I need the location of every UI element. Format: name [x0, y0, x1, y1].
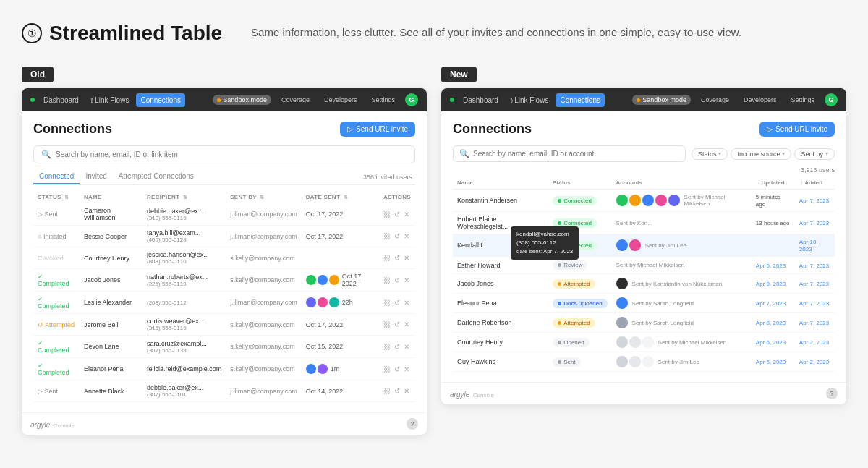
link-icon[interactable]: ⛓ [383, 254, 391, 262]
new-cell-added: Apr 2, 2023 [795, 352, 835, 372]
old-tab-invited[interactable]: Invited [80, 169, 112, 184]
link-icon[interactable]: ⛓ [383, 210, 391, 218]
new-nav-coverage[interactable]: Coverage [697, 93, 733, 106]
delete-icon[interactable]: ✕ [404, 343, 409, 351]
old-th-status: Status ⇅ [33, 191, 80, 203]
new-table-row: Jacob Jones Attempted Sent by Konstantin… [453, 274, 835, 294]
delete-icon[interactable]: ✕ [404, 254, 409, 262]
new-nav-settings[interactable]: Settings [786, 93, 819, 106]
old-cell-status: ○ Initiated [33, 226, 80, 247]
chevron-down-icon-3: ▾ [825, 150, 828, 157]
new-search-input[interactable] [473, 150, 679, 158]
old-cell-status: ✓ Completed [33, 269, 80, 292]
new-cell-name: Courtney Henry [453, 333, 548, 352]
link-icon[interactable]: ⛓ [383, 232, 391, 240]
old-cell-sentby: s.kelly@company.com [226, 247, 302, 269]
delete-icon[interactable]: ✕ [404, 320, 409, 328]
delete-icon[interactable]: ✕ [404, 276, 409, 284]
refresh-icon[interactable]: ↺ [394, 254, 400, 262]
old-th-recipient: Recipient ⇅ [142, 191, 226, 203]
old-connections-title: Connections [33, 122, 112, 137]
new-cell-accounts: Sent by Jim Lee [612, 352, 752, 372]
new-cell-updated: 5 minutes ago [752, 190, 795, 212]
new-nav-linkflows[interactable]: Link Flows [506, 93, 553, 107]
delete-icon[interactable]: ✕ [404, 299, 409, 307]
old-cell-sentby: j.illman@company.com [226, 203, 302, 226]
old-cell-actions: ⛓ ↺ ✕ [379, 269, 415, 292]
link-icon[interactable]: ⛓ [383, 387, 391, 395]
old-cell-status: ✓ Completed [33, 292, 80, 314]
old-send-invite-button[interactable]: ▷ Send URL invite [340, 122, 415, 137]
delete-icon[interactable]: ✕ [404, 387, 409, 395]
link-icon[interactable]: ⛓ [383, 299, 391, 307]
delete-icon[interactable]: ✕ [404, 232, 409, 240]
new-table-row: Darlene Robertson Attempted Sent by Sara… [453, 313, 835, 333]
link-icon[interactable]: ⛓ [383, 343, 391, 351]
old-logo-sub: Console [54, 422, 75, 429]
new-cell-status: Opened [548, 333, 611, 352]
old-nav-coverage[interactable]: Coverage [277, 93, 314, 106]
new-label: New [441, 67, 477, 82]
refresh-icon[interactable]: ↺ [394, 320, 400, 328]
new-cell-accounts: Sent by Sarah Longfield [612, 313, 752, 333]
new-send-invite-button[interactable]: ▷ Send URL invite [760, 122, 835, 137]
new-nav-connections[interactable]: Connections [556, 93, 605, 107]
link-icon[interactable]: ⛓ [383, 276, 391, 284]
chevron-down-icon: ▾ [718, 150, 721, 157]
old-nav-settings[interactable]: Settings [367, 93, 399, 106]
new-nav-bar: Dashboard Link Flows Connections Sandbox… [441, 88, 846, 111]
refresh-icon[interactable]: ↺ [394, 387, 400, 395]
new-cell-added: Apr 2, 2023 [795, 333, 835, 352]
new-panel: Dashboard Link Flows Connections Sandbox… [441, 88, 846, 404]
new-th-status: Status [548, 176, 611, 190]
new-table-row: Guy Hawkins Sent Sent by Jim Lee Apr 5, … [453, 352, 835, 372]
new-cell-accounts: Sent by Michael Mikkelsen [612, 257, 752, 274]
filter-status[interactable]: Status ▾ [692, 148, 728, 160]
new-cell-name: Jacob Jones [453, 274, 548, 294]
new-table-row: Hubert Blaine Wolfeschlegelst... kendall… [453, 212, 835, 234]
old-tab-count: 356 invited users [363, 174, 415, 181]
link-icon[interactable]: ⛓ [383, 365, 391, 373]
new-nav-developers[interactable]: Developers [739, 93, 781, 106]
header-description: Same information, less clutter. See all … [251, 22, 846, 45]
old-nav-developers[interactable]: Developers [320, 93, 362, 106]
old-nav-connections[interactable]: Connections [136, 93, 185, 107]
delete-icon[interactable]: ✕ [404, 365, 409, 373]
new-nav-dashboard[interactable]: Dashboard [459, 93, 503, 107]
link-icon[interactable]: ⛓ [383, 320, 391, 328]
new-cell-accounts: Sent by Kon... [612, 212, 752, 234]
new-cell-added: Apr 10, 2023 [795, 234, 835, 257]
old-search-bar[interactable]: 🔍 [33, 145, 415, 163]
delete-icon[interactable]: ✕ [404, 210, 409, 218]
old-cell-name: Jerome Bell [80, 314, 142, 336]
new-nav-avatar[interactable]: G [825, 93, 838, 106]
new-cell-updated: Apr 5, 2023 [752, 352, 795, 372]
old-nav-right: Sandbox mode Coverage Developers Setting… [213, 93, 418, 106]
old-tab-connected[interactable]: Connected [33, 169, 80, 184]
old-cell-name: Devon Lane [80, 336, 142, 358]
filter-sent-by[interactable]: Sent by ▾ [794, 148, 835, 160]
old-cell-name: Bessie Cooper [80, 226, 142, 247]
old-nav-avatar[interactable]: G [405, 93, 418, 106]
refresh-icon[interactable]: ↺ [394, 210, 400, 218]
old-nav-dashboard[interactable]: Dashboard [39, 93, 83, 107]
filter-income-source[interactable]: Income source ▾ [731, 148, 791, 160]
new-cell-name: Hubert Blaine Wolfeschlegelst... kendall… [453, 212, 548, 234]
refresh-icon[interactable]: ↺ [394, 232, 400, 240]
refresh-icon[interactable]: ↺ [394, 365, 400, 373]
old-search-input[interactable] [56, 150, 407, 158]
old-table-row: ✓ Completed Devon Lane sara.cruz@exampl.… [33, 336, 415, 358]
new-table: Name Status Accounts ↑ Updated ↑ Added K… [453, 176, 835, 372]
refresh-icon[interactable]: ↺ [394, 343, 400, 351]
old-nav-linkflows[interactable]: Link Flows [86, 93, 133, 107]
old-tab-attempted[interactable]: Attempted Connections [113, 169, 200, 184]
old-table-row: ○ Initiated Bessie Cooper tanya.hill@exa… [33, 226, 415, 247]
new-help-button[interactable]: ? [826, 388, 838, 399]
new-search-bar[interactable]: 🔍 [453, 145, 686, 162]
old-cell-recipient: jessica.hanson@ex... (808) 555-0110 [142, 247, 226, 269]
refresh-icon[interactable]: ↺ [394, 276, 400, 284]
refresh-icon[interactable]: ↺ [394, 299, 400, 307]
page-header: ① Streamlined Table Same information, le… [22, 22, 846, 45]
old-cell-name: Jacob Jones [80, 269, 142, 292]
old-help-button[interactable]: ? [407, 418, 418, 430]
